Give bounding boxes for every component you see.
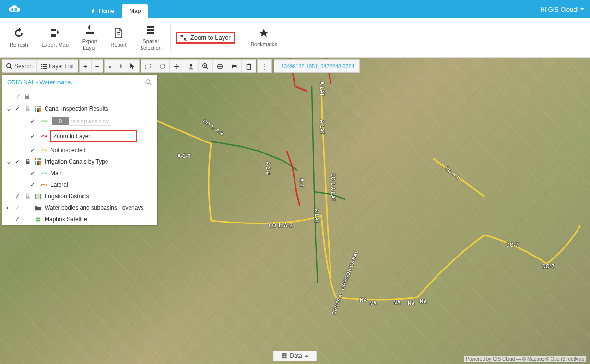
svg-rect-43: [285, 353, 287, 355]
layer-label: Main: [50, 170, 63, 176]
layer-mapbox-satellite[interactable]: ⌄ ✓ Mapbox Satellite: [2, 213, 157, 225]
check-icon[interactable]: ✓: [15, 204, 22, 211]
layer-group-irrigation-canals[interactable]: ⌄ ✓ Irrigation Canals by Type: [2, 156, 157, 167]
lock-open-icon[interactable]: [24, 106, 31, 112]
chevron-down-icon[interactable]: ⌄: [6, 106, 12, 112]
lock-icon[interactable]: [24, 159, 31, 164]
layer-zoom-to-layer-row[interactable]: ✓ Zoom to Layer: [2, 128, 157, 144]
layer-water-bodies[interactable]: › ✓ Water bodies and subbasins - overlay…: [2, 202, 157, 213]
lock-icon[interactable]: [24, 94, 30, 99]
layer-panel-title[interactable]: ORIGINAL - Water mana...: [2, 75, 157, 90]
svg-rect-35: [26, 196, 30, 199]
square-icon: [35, 194, 41, 199]
check-icon[interactable]: ✓: [30, 147, 37, 153]
lock-open-icon[interactable]: [24, 193, 31, 199]
svg-rect-29: [248, 63, 250, 64]
svg-rect-2: [117, 34, 120, 35]
folder-icon: [35, 205, 41, 211]
select-poly-button[interactable]: [155, 60, 170, 72]
zoom-icon[interactable]: [145, 79, 152, 86]
layer-main[interactable]: ✓ Main: [2, 167, 157, 179]
data-panel-toggle[interactable]: Data: [273, 351, 317, 361]
layer-label: Not inspected: [50, 147, 85, 153]
tab-home[interactable]: Home: [83, 4, 122, 18]
pan-button[interactable]: [170, 60, 184, 72]
home-icon: [90, 8, 96, 14]
magnify-icon: [202, 63, 209, 70]
tab-map[interactable]: Map: [122, 4, 148, 18]
canal-label: A-2-#: [265, 162, 271, 175]
layer-group-canal-inspection[interactable]: ⌄ ✓ Canal Inspection Results: [2, 103, 157, 115]
print-button[interactable]: [227, 60, 242, 72]
layer-irrigation-districts[interactable]: ⌄ ✓ Irrigation Districts: [2, 190, 157, 202]
map-canvas[interactable]: CO 1: A-2 A LAT A LAT A-2-3 A-2-# CO 1: …: [0, 58, 590, 364]
logo[interactable]: GIS: [6, 4, 25, 14]
chevron-left-icon: «: [108, 63, 112, 70]
layer-label: Mapbox Satellite: [45, 216, 87, 223]
print-icon: [231, 63, 237, 70]
svg-line-21: [206, 67, 208, 69]
palette-icon: [35, 106, 41, 112]
check-icon[interactable]: ✓: [16, 93, 21, 100]
svg-rect-16: [191, 65, 192, 69]
chevron-right-icon[interactable]: ›: [6, 204, 12, 211]
list-icon: [41, 63, 47, 70]
select-rect-button[interactable]: [141, 60, 155, 72]
svg-rect-34: [26, 161, 30, 164]
svg-rect-46: [285, 355, 287, 357]
separator-button[interactable]: ⋮: [258, 60, 271, 72]
canal-label: A LAT: [319, 82, 325, 96]
transparency-value[interactable]: 0: [52, 117, 69, 125]
ribbon-zoom-to-layer[interactable]: Zoom to Layer: [176, 32, 235, 44]
ribbon-export-map[interactable]: Export Map: [35, 25, 75, 50]
pointer-button[interactable]: [126, 60, 139, 72]
zoom-out-button[interactable]: −: [92, 60, 103, 72]
ribbon-divider-2: [242, 24, 242, 51]
svg-rect-48: [283, 357, 285, 358]
svg-rect-27: [233, 67, 236, 69]
zoom-extent-button[interactable]: [199, 60, 213, 72]
svg-rect-8: [41, 64, 42, 65]
map-attribution: Powered by GIS Cloud — © Mapbox © OpenSt…: [464, 356, 586, 362]
check-icon[interactable]: ✓: [15, 216, 22, 223]
ribbon-bookmarks[interactable]: Bookmarks: [244, 26, 284, 49]
layer-label: Irrigation Districts: [45, 193, 89, 200]
collapse-button[interactable]: «: [105, 60, 116, 72]
check-icon[interactable]: ✓: [15, 193, 22, 200]
layer-label: Water bodies and subbasins - overlays: [45, 204, 143, 211]
line-icon: [40, 134, 47, 138]
ribbon-refresh[interactable]: Refresh: [3, 25, 35, 50]
canal-label: CO 1: A-2: [269, 223, 293, 228]
chevron-down-icon[interactable]: ⌄: [6, 158, 12, 165]
check-icon[interactable]: ✓: [15, 158, 22, 165]
cloud-icon: GIS: [6, 4, 25, 14]
svg-rect-47: [282, 357, 283, 358]
ribbon-spatial-selection[interactable]: Spatial Selection: [133, 22, 168, 53]
layer-lateral[interactable]: ✓ Lateral: [2, 179, 157, 190]
svg-rect-3: [147, 26, 154, 28]
line-icon: [40, 183, 47, 187]
search-button[interactable]: Search: [2, 60, 37, 72]
info-button[interactable]: i: [116, 60, 126, 72]
globe-button[interactable]: [213, 60, 227, 72]
svg-rect-12: [41, 68, 42, 69]
check-icon[interactable]: ✓: [30, 118, 37, 125]
clipboard-button[interactable]: [242, 60, 256, 72]
chevron-up-icon: [305, 354, 309, 357]
measure-button[interactable]: [184, 60, 199, 72]
layer-list-button[interactable]: Layer List: [37, 60, 78, 72]
collapse-icon: [180, 35, 187, 41]
check-icon[interactable]: ✓: [30, 133, 37, 140]
ribbon-report[interactable]: Report: [104, 25, 133, 50]
check-icon[interactable]: ✓: [30, 181, 37, 188]
check-icon[interactable]: ✓: [15, 106, 22, 112]
map-controls-bar: Search Layer List + − « i ⋮: [2, 59, 360, 73]
check-icon[interactable]: ✓: [30, 170, 37, 176]
layer-label: Canal Inspection Results: [45, 106, 108, 112]
layer-transparency-row[interactable]: ✓ 0 ransparency: [2, 115, 157, 128]
user-greeting[interactable]: Hi GIS Cloud!: [541, 6, 584, 13]
nav-tabs: Home Map: [83, 0, 148, 18]
zoom-in-button[interactable]: +: [80, 60, 92, 72]
ribbon-export-layer[interactable]: Export Layer: [75, 22, 104, 53]
layer-not-inspected[interactable]: ✓ Not inspected: [2, 144, 157, 156]
